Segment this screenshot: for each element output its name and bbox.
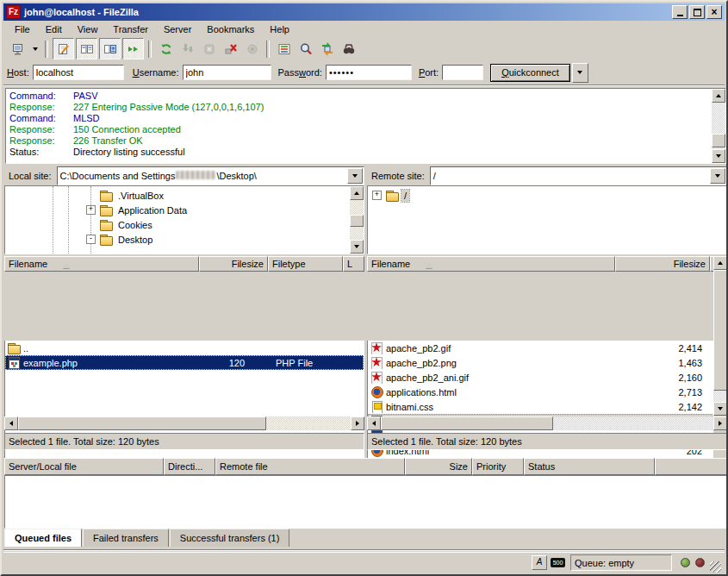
local-tree-item[interactable]: .VirtualBox: [5, 188, 364, 203]
directory-comparison-button[interactable]: [296, 39, 315, 59]
file-icon: [7, 341, 21, 354]
quickconnect-dropdown-icon: [577, 71, 582, 77]
synchronized-browsing-button[interactable]: [317, 39, 337, 59]
dropdown-arrow-icon: [715, 174, 720, 180]
quickconnect-dropdown-button[interactable]: [572, 63, 588, 83]
scroll-up-button[interactable]: [712, 89, 725, 103]
scroll-right-button[interactable]: [351, 416, 364, 430]
remote-tree-item[interactable]: + /: [368, 188, 726, 203]
scroll-left-button[interactable]: [367, 416, 381, 430]
local-site-combo[interactable]: C:\Documents and Settings\Desktop\: [57, 166, 364, 185]
log-line-label: Command:: [6, 91, 73, 102]
menu-item[interactable]: Edit: [38, 22, 70, 36]
remote-hscrollbar[interactable]: [367, 416, 727, 430]
remote-site-dropdown-button[interactable]: [710, 168, 725, 184]
remote-site-combo[interactable]: /: [430, 166, 727, 185]
scroll-up-button[interactable]: [713, 256, 727, 270]
tree-item-label: Cookies: [115, 219, 155, 231]
column-header-remote-file[interactable]: Remote file: [215, 458, 405, 475]
column-header-size[interactable]: Size: [405, 458, 472, 475]
menu-item[interactable]: Help: [262, 22, 297, 36]
title-bar[interactable]: Fz john@localhost - FileZilla ×: [3, 3, 725, 21]
port-input[interactable]: [442, 65, 483, 80]
local-tree-item[interactable]: Cookies: [5, 217, 364, 232]
column-header-filename[interactable]: Filename: [367, 256, 615, 272]
scrollbar-thumb[interactable]: [381, 416, 553, 430]
toggle-local-tree-button[interactable]: [76, 38, 97, 59]
scroll-left-button[interactable]: [4, 416, 18, 430]
menu-item[interactable]: View: [70, 22, 106, 36]
tree-expander[interactable]: -: [86, 235, 96, 244]
toggle-message-log-button[interactable]: [53, 38, 74, 59]
remote-file-row[interactable]: apache_pb2.gif 2,414: [368, 341, 712, 355]
column-header-direction[interactable]: Directi...: [164, 458, 215, 475]
queue-tab[interactable]: Successful transfers (1): [170, 529, 290, 547]
queue-tab[interactable]: Queued files: [4, 529, 82, 547]
tree-expander[interactable]: +: [86, 205, 96, 215]
scrollbar-thumb[interactable]: [713, 270, 727, 391]
column-header-filetype[interactable]: Filetype: [268, 256, 343, 272]
remote-file-row[interactable]: applications.html 2,713: [368, 385, 712, 399]
disconnect-button[interactable]: [221, 39, 240, 59]
remote-file-row[interactable]: apache_pb2.png 1,463: [368, 355, 712, 370]
quickconnect-button[interactable]: Quickconnect: [490, 64, 570, 82]
remote-file-row[interactable]: apache_pb2_ani.gif 2,160: [368, 370, 712, 385]
menu-item[interactable]: File: [7, 22, 38, 36]
toggle-remote-tree-button[interactable]: [99, 38, 121, 59]
remote-pane: Remote site: / + / Filename Filesize: [367, 166, 727, 451]
menu-item[interactable]: Transfer: [105, 22, 156, 36]
column-header-server-local-file[interactable]: Server/Local file: [4, 458, 164, 475]
toggle-transfer-queue-icon: [127, 42, 140, 56]
local-tree-item[interactable]: + Application Data: [5, 203, 364, 217]
scroll-down-button[interactable]: [712, 149, 725, 163]
password-input[interactable]: [326, 65, 412, 80]
directory-filters-button[interactable]: [274, 39, 294, 59]
column-header-priority[interactable]: Priority: [472, 458, 524, 475]
scroll-down-button[interactable]: [713, 402, 727, 416]
maximize-button[interactable]: [689, 5, 705, 19]
log-line-text: Directory listing successful: [73, 147, 185, 158]
column-header-filesize[interactable]: Filesize: [199, 256, 268, 272]
column-header-filesize[interactable]: Filesize: [615, 256, 710, 272]
column-header-lastmodified[interactable]: L: [343, 256, 364, 272]
local-tree-vscrollbar[interactable]: [350, 186, 364, 254]
local-hscrollbar[interactable]: [4, 416, 364, 430]
reconnect-button[interactable]: [242, 39, 262, 59]
toggle-transfer-queue-button[interactable]: [122, 38, 144, 59]
scrollbar-thumb[interactable]: [18, 416, 266, 430]
local-file-row[interactable]: ..: [5, 341, 364, 355]
process-queue-button[interactable]: [177, 39, 197, 59]
resize-grip[interactable]: [710, 561, 721, 573]
tree-expander[interactable]: +: [372, 191, 382, 200]
log-line-text: 226 Transfer OK: [73, 135, 143, 147]
scrollbar-thumb[interactable]: [712, 134, 725, 147]
close-button[interactable]: ×: [706, 5, 722, 19]
scroll-up-button[interactable]: [350, 186, 364, 200]
local-path: C:\Documents and Settings\Desktop\: [60, 171, 257, 181]
host-input[interactable]: [33, 65, 124, 80]
speedlimit-icon[interactable]: 500: [551, 558, 565, 567]
minimize-button[interactable]: [672, 5, 688, 19]
column-header-filename[interactable]: Filename: [4, 256, 199, 272]
arrow-up-icon: [716, 91, 721, 97]
local-file-row[interactable]: example.php 120 PHP File 1: [5, 355, 364, 370]
scroll-down-button[interactable]: [350, 240, 364, 254]
username-input[interactable]: [183, 65, 271, 80]
scrollbar-thumb[interactable]: [350, 215, 364, 227]
column-header-status[interactable]: Status: [524, 458, 655, 475]
refresh-button[interactable]: [156, 39, 176, 59]
log-vscrollbar[interactable]: [712, 89, 725, 163]
scroll-right-button[interactable]: [713, 416, 727, 430]
queue-tab[interactable]: Failed transfers: [83, 529, 169, 547]
toggle-local-tree-icon: [80, 42, 94, 56]
site-manager-button[interactable]: [8, 39, 28, 59]
remote-file-row[interactable]: bitnami.css 2,142: [368, 399, 712, 414]
menu-item[interactable]: Bookmarks: [199, 22, 262, 36]
site-manager-dropdown-button[interactable]: [29, 39, 40, 59]
local-tree-item[interactable]: - Desktop: [5, 232, 364, 247]
remote-list-vscrollbar[interactable]: [713, 256, 727, 416]
menu-item[interactable]: Server: [156, 22, 199, 36]
local-site-dropdown-button[interactable]: [347, 168, 363, 184]
cancel-operation-button[interactable]: [199, 39, 219, 59]
find-files-button[interactable]: [339, 39, 358, 59]
